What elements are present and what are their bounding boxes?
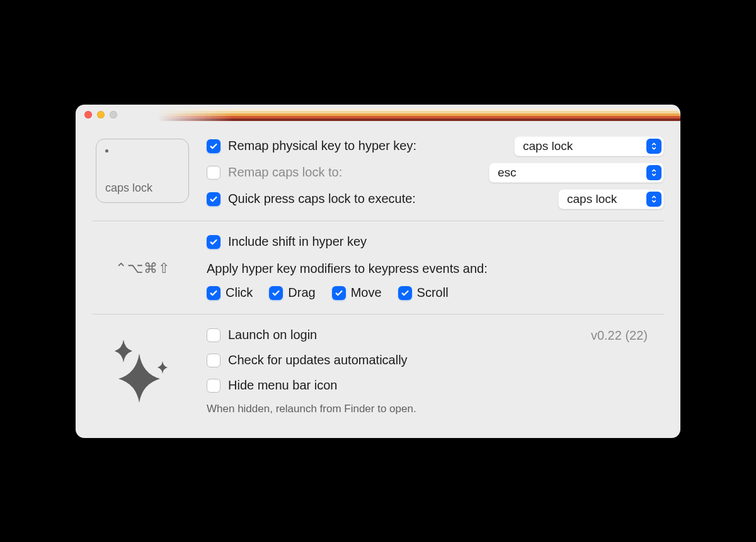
event-scroll-label: Scroll: [417, 285, 449, 300]
keycap-preview: caps lock: [96, 139, 189, 203]
remap-capslock-value: esc: [498, 166, 641, 180]
chevron-up-down-icon: [646, 165, 662, 180]
event-drag-label: Drag: [288, 285, 315, 300]
event-click-checkbox[interactable]: [207, 286, 220, 300]
remap-hyper-select[interactable]: caps lock: [514, 136, 664, 156]
minimize-window-button[interactable]: [97, 111, 105, 118]
event-move: Move: [332, 284, 382, 303]
event-move-checkbox[interactable]: [332, 286, 346, 300]
event-drag: Drag: [269, 284, 315, 303]
launch-on-login-label: Launch on login: [228, 328, 317, 342]
modifier-symbols-icon: ⌃⌥⌘⇧: [115, 235, 170, 277]
chevron-up-down-icon: [646, 192, 662, 207]
version-label: v0.22 (22): [591, 328, 648, 343]
remap-capslock-select[interactable]: esc: [489, 163, 664, 183]
chevron-up-down-icon: [646, 139, 662, 154]
event-click-label: Click: [226, 285, 253, 300]
remap-capslock-label: Remap caps lock to:: [228, 165, 342, 180]
check-updates-label: Check for updates automatically: [228, 353, 408, 367]
section-remap: caps lock Remap physical key to hyper ke…: [92, 130, 664, 221]
apply-modifiers-heading: Apply hyper key modifiers to keypress ev…: [207, 262, 664, 276]
content: caps lock Remap physical key to hyper ke…: [76, 125, 680, 438]
sparkles-icon: [105, 335, 180, 404]
close-window-button[interactable]: [84, 111, 92, 118]
section-modifiers: ⌃⌥⌘⇧ Include shift in hyper key Apply hy…: [92, 221, 664, 314]
keycap-label: caps lock: [105, 182, 152, 195]
event-checkbox-row: ClickDragMoveScroll: [207, 284, 664, 303]
hide-menubar-label: Hide menu bar icon: [228, 378, 337, 393]
launch-on-login-checkbox[interactable]: [207, 328, 220, 342]
preferences-window: caps lock Remap physical key to hyper ke…: [76, 105, 680, 438]
titlebar: [76, 105, 680, 125]
quick-press-label: Quick press caps lock to execute:: [228, 192, 416, 206]
check-updates-checkbox[interactable]: [207, 354, 220, 367]
keycap-indicator-dot: [105, 149, 108, 153]
zoom-window-button[interactable]: [110, 111, 117, 118]
remap-hyper-value: caps lock: [523, 139, 641, 153]
event-click: Click: [207, 284, 253, 303]
quick-press-select[interactable]: caps lock: [558, 189, 664, 209]
remap-capslock-checkbox[interactable]: [207, 166, 220, 180]
hide-menubar-hint: When hidden, relaunch from Finder to ope…: [207, 403, 664, 415]
quick-press-value: caps lock: [567, 192, 641, 206]
hide-menubar-checkbox[interactable]: [207, 379, 220, 393]
event-drag-checkbox[interactable]: [269, 286, 283, 300]
remap-hyper-checkbox[interactable]: [207, 139, 220, 153]
section-app: v0.22 (22) Launch on login Check for upd…: [92, 314, 664, 427]
event-scroll: Scroll: [398, 284, 449, 303]
include-shift-checkbox[interactable]: [207, 235, 220, 249]
titlebar-stripe-decoration: [158, 108, 680, 121]
include-shift-label: Include shift in hyper key: [228, 234, 367, 249]
event-move-label: Move: [351, 285, 382, 300]
remap-hyper-label: Remap physical key to hyper key:: [228, 139, 416, 153]
event-scroll-checkbox[interactable]: [398, 286, 412, 300]
quick-press-checkbox[interactable]: [207, 192, 220, 206]
window-controls: [84, 111, 117, 118]
